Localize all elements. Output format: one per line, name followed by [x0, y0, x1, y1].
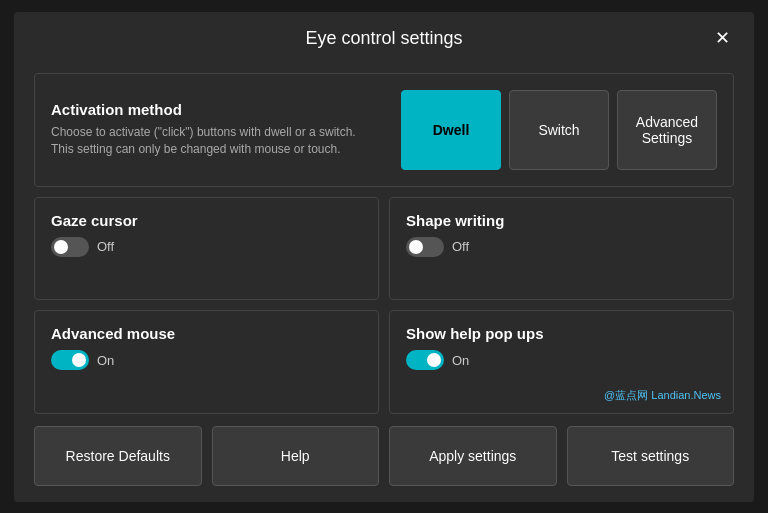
- show-help-toggle[interactable]: [406, 350, 444, 370]
- shape-writing-card: Shape writing Off: [389, 197, 734, 301]
- advanced-mouse-label: Advanced mouse: [51, 325, 362, 342]
- advanced-mouse-card: Advanced mouse On: [34, 310, 379, 414]
- activation-switch-button[interactable]: Switch: [509, 90, 609, 170]
- shape-writing-toggle-row: Off: [406, 237, 717, 257]
- activation-title: Activation method: [51, 101, 381, 118]
- advanced-mouse-status: On: [97, 353, 114, 368]
- restore-defaults-button[interactable]: Restore Defaults: [34, 426, 202, 486]
- activation-dwell-button[interactable]: Dwell: [401, 90, 501, 170]
- gaze-cursor-card: Gaze cursor Off: [34, 197, 379, 301]
- close-button[interactable]: ✕: [706, 22, 738, 54]
- activation-advanced-button[interactable]: Advanced Settings: [617, 90, 717, 170]
- advanced-mouse-toggle-row: On: [51, 350, 362, 370]
- test-settings-button[interactable]: Test settings: [567, 426, 735, 486]
- gaze-cursor-toggle[interactable]: [51, 237, 89, 257]
- dialog-title: Eye control settings: [305, 28, 462, 49]
- shape-writing-status: Off: [452, 239, 469, 254]
- eye-control-dialog: Eye control settings ✕ Activation method…: [14, 12, 754, 502]
- activation-buttons: Dwell Switch Advanced Settings: [401, 90, 717, 170]
- apply-settings-button[interactable]: Apply settings: [389, 426, 557, 486]
- shape-writing-label: Shape writing: [406, 212, 717, 229]
- activation-section: Activation method Choose to activate ("c…: [34, 73, 734, 187]
- help-button[interactable]: Help: [212, 426, 380, 486]
- show-help-toggle-row: On: [406, 350, 717, 370]
- advanced-mouse-toggle[interactable]: [51, 350, 89, 370]
- show-help-label: Show help pop ups: [406, 325, 717, 342]
- gaze-cursor-toggle-row: Off: [51, 237, 362, 257]
- toggle-grid: Gaze cursor Off Shape writing Off Advanc…: [34, 197, 734, 414]
- activation-info: Activation method Choose to activate ("c…: [51, 101, 381, 158]
- gaze-cursor-status: Off: [97, 239, 114, 254]
- dialog-header: Eye control settings ✕: [14, 12, 754, 65]
- dialog-body: Activation method Choose to activate ("c…: [14, 65, 754, 426]
- show-help-card: Show help pop ups On @蓝点网 Landian.News: [389, 310, 734, 414]
- watermark: @蓝点网 Landian.News: [604, 388, 721, 403]
- activation-description: Choose to activate ("click") buttons wit…: [51, 124, 381, 158]
- dialog-footer: Restore Defaults Help Apply settings Tes…: [14, 426, 754, 502]
- show-help-status: On: [452, 353, 469, 368]
- shape-writing-toggle[interactable]: [406, 237, 444, 257]
- gaze-cursor-label: Gaze cursor: [51, 212, 362, 229]
